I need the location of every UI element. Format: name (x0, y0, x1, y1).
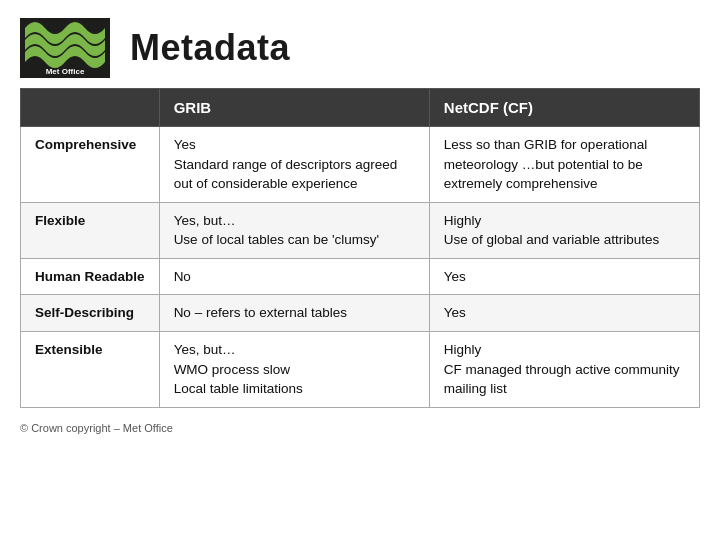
svg-text:Met Office: Met Office (46, 67, 85, 76)
table-row: ExtensibleYes, but…WMO process slowLocal… (21, 331, 700, 407)
row-netcdf-0: Less so than GRIB for operational meteor… (429, 127, 699, 203)
table-row: Self-DescribingNo – refers to external t… (21, 295, 700, 332)
table-container: GRIB NetCDF (CF) ComprehensiveYesStandar… (0, 88, 720, 418)
table-row: FlexibleYes, but…Use of local tables can… (21, 202, 700, 258)
row-netcdf-1: HighlyUse of global and variable attribu… (429, 202, 699, 258)
row-netcdf-3: Yes (429, 295, 699, 332)
row-grib-3: No – refers to external tables (159, 295, 429, 332)
page: Met Office Metadata GRIB NetCDF (CF) Com… (0, 0, 720, 540)
row-label-2: Human Readable (21, 258, 160, 295)
row-grib-4: Yes, but…WMO process slowLocal table lim… (159, 331, 429, 407)
copyright-text: © Crown copyright – Met Office (20, 422, 173, 434)
row-grib-0: YesStandard range of descriptors agreed … (159, 127, 429, 203)
col-header-netcdf: NetCDF (CF) (429, 89, 699, 127)
row-label-1: Flexible (21, 202, 160, 258)
table-body: ComprehensiveYesStandard range of descri… (21, 127, 700, 408)
page-title: Metadata (130, 27, 290, 69)
row-label-0: Comprehensive (21, 127, 160, 203)
row-label-3: Self-Describing (21, 295, 160, 332)
row-netcdf-2: Yes (429, 258, 699, 295)
col-header-grib: GRIB (159, 89, 429, 127)
comparison-table: GRIB NetCDF (CF) ComprehensiveYesStandar… (20, 88, 700, 408)
row-grib-2: No (159, 258, 429, 295)
table-row: Human ReadableNoYes (21, 258, 700, 295)
row-grib-1: Yes, but…Use of local tables can be 'clu… (159, 202, 429, 258)
col-header-label (21, 89, 160, 127)
row-netcdf-4: HighlyCF managed through active communit… (429, 331, 699, 407)
row-label-4: Extensible (21, 331, 160, 407)
table-row: ComprehensiveYesStandard range of descri… (21, 127, 700, 203)
met-office-logo: Met Office (20, 18, 110, 78)
footer-note: © Crown copyright – Met Office (0, 418, 720, 438)
table-header-row: GRIB NetCDF (CF) (21, 89, 700, 127)
header: Met Office Metadata (0, 0, 720, 88)
